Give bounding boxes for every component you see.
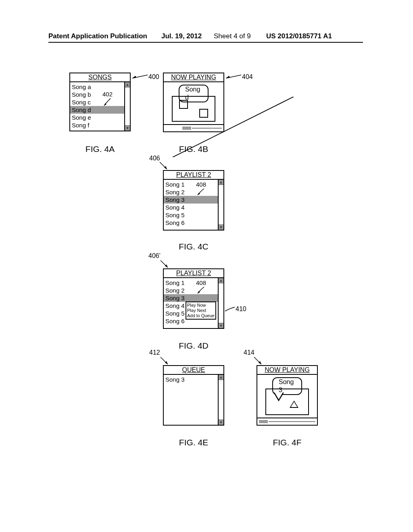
fig-4d-title: PLAYLIST 2 <box>164 269 223 278</box>
callout-406p: 406' <box>148 252 161 260</box>
callout-406-leader <box>158 161 170 171</box>
scroll-down-icon[interactable]: ▼ <box>219 323 223 328</box>
list-item[interactable]: Song 2 <box>165 188 218 196</box>
fig-4a-label: FIG. 4A <box>68 144 132 154</box>
scroll-up-icon[interactable]: ▲ <box>125 82 130 87</box>
album-art-placeholder <box>172 96 215 122</box>
square-icon <box>199 109 208 118</box>
fig-4a-title: SONGS <box>70 73 130 82</box>
callout-414: 414 <box>244 349 254 356</box>
callout-402-leader <box>103 98 115 107</box>
callout-412-leader <box>159 356 171 366</box>
fig-4b-panel: NOW PLAYING Song d <box>163 73 224 132</box>
scroll-down-icon[interactable]: ▼ <box>219 420 223 425</box>
scroll-down-icon[interactable]: ▼ <box>125 125 130 131</box>
header-rule <box>48 42 363 43</box>
list-item-selected[interactable]: Song d <box>70 106 124 114</box>
progress-bar[interactable] <box>164 124 223 131</box>
fig-4f-label: FIG. 4F <box>255 438 319 447</box>
album-art-placeholder <box>265 389 309 415</box>
fig-4c-list[interactable]: Song 1 Song 2 Song 3 Song 4 Song 5 Song … <box>164 180 218 230</box>
scrollbar[interactable]: ▲ ▼ <box>218 180 223 230</box>
scrollbar[interactable]: ▲ ▼ <box>218 278 223 328</box>
header-pubno: US 2012/0185771 A1 <box>266 32 332 40</box>
fig-4b-title: NOW PLAYING <box>164 73 223 82</box>
fig-4d-list[interactable]: Song 1 Song 2 Song 3 Song 4 Song 5 Song … <box>164 278 218 328</box>
fig-4c-label: FIG. 4C <box>161 242 226 251</box>
progress-bar[interactable] <box>257 418 317 425</box>
list-item[interactable]: Song 1 <box>165 279 218 287</box>
header-date: Jul. 19, 2012 <box>161 32 202 40</box>
list-item[interactable]: Song c <box>72 98 124 106</box>
callout-412: 412 <box>149 349 160 356</box>
fig-4c-title: PLAYLIST 2 <box>164 171 223 180</box>
list-item[interactable]: Song 3 <box>165 376 218 383</box>
callout-408-leader <box>197 188 209 197</box>
fig-4e-panel: QUEUE Song 3 ▲ ▼ <box>163 365 224 426</box>
callout-410-leader <box>224 305 236 313</box>
callout-408-num: 408 <box>196 181 206 188</box>
list-item-selected[interactable]: Song 3 <box>164 196 218 204</box>
callout-408d-num: 408 <box>196 279 206 287</box>
scrollbar[interactable]: ▲ ▼ <box>124 82 130 131</box>
square-icon <box>179 100 188 109</box>
fig-4d-label: FIG. 4D <box>161 341 226 351</box>
scroll-down-icon[interactable]: ▼ <box>219 224 223 230</box>
menu-play-next[interactable]: Play Next <box>187 308 215 313</box>
fig-4e-list[interactable]: Song 3 <box>164 375 218 425</box>
scroll-up-icon[interactable]: ▲ <box>219 278 223 283</box>
callout-400-leader <box>131 73 149 81</box>
scroll-up-icon[interactable]: ▲ <box>219 375 223 380</box>
list-item-selected[interactable]: Song 3 <box>164 294 218 302</box>
fig-4a-panel: SONGS Song a Song b Song c Song d Song e… <box>69 73 131 131</box>
fig-4f-panel: NOW PLAYING Song 3 <box>257 365 318 426</box>
scrollbar[interactable]: ▲ ▼ <box>218 375 223 425</box>
menu-add-to-queue[interactable]: Add to Queue <box>187 313 215 318</box>
list-item[interactable]: Song b <box>72 91 124 98</box>
list-item[interactable]: Song f <box>72 121 124 129</box>
scroll-up-icon[interactable]: ▲ <box>219 180 223 185</box>
progress-thumb[interactable] <box>182 127 191 130</box>
fig-4b-label: FIG. 4B <box>161 144 226 154</box>
callout-404-leader <box>225 73 243 81</box>
header-publication: Patent Application Publication <box>48 32 147 40</box>
callout-404: 404 <box>242 73 253 81</box>
fig-4d-panel: PLAYLIST 2 Song 1 Song 2 Song 3 Song 4 S… <box>163 268 224 329</box>
callout-406p-leader <box>159 260 171 269</box>
callout-414-leader <box>252 356 265 366</box>
fig-4e-title: QUEUE <box>164 366 223 375</box>
progress-thumb[interactable] <box>259 420 268 423</box>
callout-400: 400 <box>148 73 159 81</box>
list-item[interactable]: Song a <box>72 83 124 91</box>
fig-4a-list[interactable]: Song a Song b Song c Song d Song e Song … <box>70 82 124 131</box>
progress-track <box>269 421 315 422</box>
callout-402-num: 402 <box>102 90 113 98</box>
fig-4c-panel: PLAYLIST 2 Song 1 Song 2 Song 3 Song 4 S… <box>163 170 224 231</box>
list-item[interactable]: Song 4 <box>165 204 218 211</box>
callout-408d-leader <box>197 286 209 295</box>
list-item[interactable]: Song 2 <box>165 287 218 294</box>
list-item[interactable]: Song 6 <box>165 219 218 227</box>
header-sheet: Sheet 4 of 9 <box>214 32 251 40</box>
progress-track <box>192 128 222 129</box>
menu-play-now[interactable]: Play Now <box>187 303 215 308</box>
context-menu[interactable]: Play Now Play Next Add to Queue <box>186 301 216 320</box>
list-item[interactable]: Song e <box>72 114 124 121</box>
list-item[interactable]: Song 5 <box>165 211 218 219</box>
fig-4e-label: FIG. 4E <box>161 438 226 447</box>
fig-4f-title: NOW PLAYING <box>257 366 317 375</box>
callout-410: 410 <box>236 305 246 313</box>
list-item[interactable]: Song 1 <box>165 181 218 188</box>
